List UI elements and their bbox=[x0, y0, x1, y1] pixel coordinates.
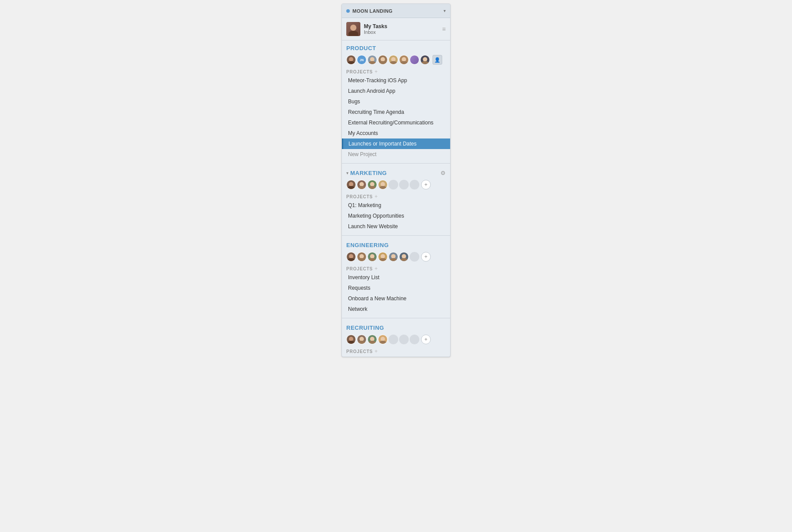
product-member-5 bbox=[389, 55, 398, 65]
marketing-project-website[interactable]: Launch New Website bbox=[342, 221, 450, 232]
marketing-project-opportunities[interactable]: Marketing Opportunities bbox=[342, 211, 450, 221]
marketing-add-member-button[interactable]: + bbox=[421, 180, 431, 189]
sidebar: MOON LANDING ▾ My Tasks Inbox ≡ PRODUCT bbox=[341, 4, 451, 357]
engineering-add-member-button[interactable]: + bbox=[421, 252, 431, 262]
engineering-member-5 bbox=[389, 252, 398, 262]
product-project-launches[interactable]: Launches or Important Dates bbox=[342, 138, 450, 149]
recruiting-projects-add-icon[interactable]: + bbox=[374, 349, 378, 354]
recruiting-member-1 bbox=[346, 335, 356, 344]
product-section: PRODUCT JN 👤 PROJECTS + Meteor-Tracking bbox=[342, 40, 450, 161]
product-projects-header: PROJECTS + bbox=[342, 67, 450, 75]
sidebar-content: My Tasks Inbox ≡ PRODUCT JN 👤 bbox=[342, 18, 450, 357]
recruiting-member-placeholder-3 bbox=[410, 335, 419, 344]
marketing-member-placeholder-2 bbox=[399, 180, 409, 189]
my-tasks-row[interactable]: My Tasks Inbox ≡ bbox=[342, 20, 450, 38]
product-project-my-accounts[interactable]: My Accounts bbox=[342, 128, 450, 138]
marketing-member-1 bbox=[346, 180, 356, 189]
engineering-section: ENGINEERING + PROJECTS + Inventory List bbox=[342, 237, 450, 316]
recruiting-member-4 bbox=[378, 335, 388, 344]
divider-3 bbox=[342, 318, 450, 318]
engineering-project-requests[interactable]: Requests bbox=[342, 283, 450, 293]
marketing-projects-add-icon[interactable]: + bbox=[374, 194, 378, 199]
inbox-label: Inbox bbox=[364, 29, 439, 35]
marketing-collapse-icon[interactable]: ▾ bbox=[346, 171, 348, 175]
engineering-section-title[interactable]: ENGINEERING bbox=[346, 242, 389, 248]
engineering-header: ENGINEERING bbox=[342, 241, 450, 251]
product-member-8 bbox=[420, 55, 430, 65]
product-member-1 bbox=[346, 55, 356, 65]
avatar-face bbox=[346, 22, 360, 36]
marketing-member-2 bbox=[357, 180, 367, 189]
product-add-member-button[interactable]: 👤 bbox=[433, 55, 442, 65]
product-projects-label: PROJECTS bbox=[346, 69, 373, 74]
engineering-members-row: + bbox=[342, 251, 450, 264]
product-project-new[interactable]: New Project bbox=[342, 149, 450, 160]
product-member-2: JN bbox=[357, 55, 367, 65]
inbox-menu-icon: ≡ bbox=[442, 26, 446, 33]
product-project-meteor[interactable]: Meteor-Tracking iOS App bbox=[342, 75, 450, 86]
product-project-android[interactable]: Launch Android App bbox=[342, 86, 450, 96]
workspace-dot bbox=[346, 9, 350, 13]
product-member-4 bbox=[378, 55, 388, 65]
engineering-member-1 bbox=[346, 252, 356, 262]
divider-2 bbox=[342, 235, 450, 236]
product-member-3 bbox=[367, 55, 377, 65]
marketing-member-placeholder-3 bbox=[410, 180, 419, 189]
marketing-projects-header: PROJECTS + bbox=[342, 192, 450, 200]
marketing-header: ▾ MARKETING ⚙ bbox=[342, 169, 450, 179]
workspace-chevron-icon: ▾ bbox=[444, 8, 446, 13]
marketing-members-row: + bbox=[342, 179, 450, 192]
engineering-member-placeholder-1 bbox=[410, 252, 419, 262]
engineering-member-2 bbox=[357, 252, 367, 262]
product-member-7 bbox=[410, 55, 419, 65]
marketing-member-3 bbox=[367, 180, 377, 189]
my-tasks-labels: My Tasks Inbox bbox=[364, 23, 439, 35]
my-tasks-label: My Tasks bbox=[364, 23, 439, 29]
workspace-header[interactable]: MOON LANDING ▾ bbox=[342, 4, 450, 18]
marketing-section-title[interactable]: MARKETING bbox=[350, 170, 387, 176]
engineering-projects-label: PROJECTS bbox=[346, 266, 373, 271]
recruiting-section-title[interactable]: RECRUITING bbox=[346, 324, 384, 331]
engineering-member-6 bbox=[399, 252, 409, 262]
product-section-title[interactable]: PRODUCT bbox=[346, 45, 376, 51]
product-project-bugs[interactable]: Bugs bbox=[342, 96, 450, 107]
divider-1 bbox=[342, 163, 450, 164]
engineering-projects-add-icon[interactable]: + bbox=[374, 266, 378, 271]
recruiting-member-placeholder-2 bbox=[399, 335, 409, 344]
recruiting-projects-header: PROJECTS + bbox=[342, 347, 450, 355]
marketing-member-4 bbox=[378, 180, 388, 189]
marketing-project-q1[interactable]: Q1: Marketing bbox=[342, 200, 450, 211]
recruiting-section: RECRUITING + PROJECTS + bbox=[342, 320, 450, 357]
engineering-project-onboard[interactable]: Onboard a New Machine bbox=[342, 293, 450, 304]
engineering-member-3 bbox=[367, 252, 377, 262]
engineering-projects-header: PROJECTS + bbox=[342, 264, 450, 272]
marketing-member-placeholder-1 bbox=[389, 180, 398, 189]
engineering-project-inventory[interactable]: Inventory List bbox=[342, 272, 450, 283]
product-header: PRODUCT bbox=[342, 44, 450, 54]
recruiting-add-member-button[interactable]: + bbox=[421, 335, 431, 344]
engineering-member-4 bbox=[378, 252, 388, 262]
engineering-project-network[interactable]: Network bbox=[342, 304, 450, 314]
recruiting-header: RECRUITING bbox=[342, 324, 450, 334]
my-tasks-section: My Tasks Inbox ≡ bbox=[342, 18, 450, 40]
marketing-section: ▾ MARKETING ⚙ + PROJECTS + bbox=[342, 165, 450, 233]
recruiting-member-2 bbox=[357, 335, 367, 344]
user-avatar bbox=[346, 22, 360, 36]
recruiting-member-3 bbox=[367, 335, 377, 344]
marketing-projects-label: PROJECTS bbox=[346, 194, 373, 199]
recruiting-members-row: + bbox=[342, 334, 450, 347]
recruiting-member-placeholder-1 bbox=[389, 335, 398, 344]
product-projects-add-icon[interactable]: + bbox=[374, 69, 378, 74]
product-members-row: JN 👤 bbox=[342, 54, 450, 67]
recruiting-projects-label: PROJECTS bbox=[346, 349, 373, 354]
marketing-settings-icon[interactable]: ⚙ bbox=[440, 170, 446, 176]
product-project-recruiting-time[interactable]: Recruiting Time Agenda bbox=[342, 107, 450, 117]
workspace-name: MOON LANDING bbox=[352, 8, 441, 14]
product-project-external-recruiting[interactable]: External Recruiting/Communications bbox=[342, 117, 450, 128]
product-member-6 bbox=[399, 55, 409, 65]
